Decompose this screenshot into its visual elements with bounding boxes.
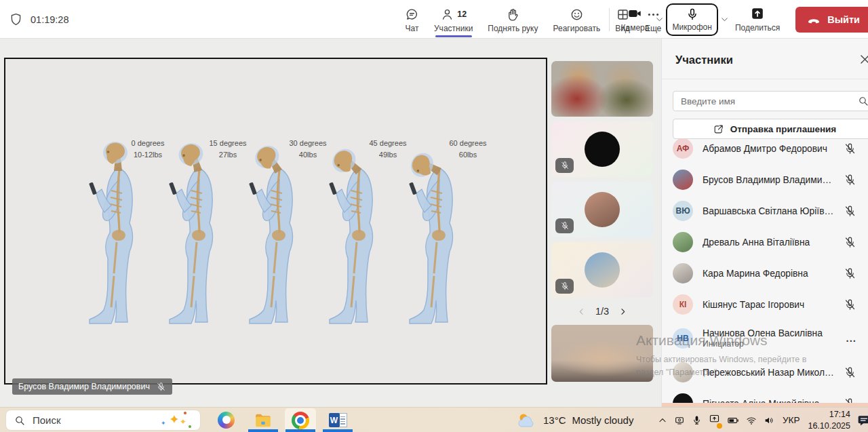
- participant-name: Кішянус Тарас Ігорович: [703, 300, 834, 310]
- battery-icon[interactable]: [727, 414, 739, 427]
- thumbnail-pager: 1/3: [551, 302, 653, 320]
- share-label: Поделиться: [735, 23, 780, 33]
- participant-avatar: НВ: [673, 328, 693, 349]
- participants-panel: Участники Отправка приглашения АФАбрамов…: [661, 39, 868, 407]
- tray-cast-icon[interactable]: [709, 413, 720, 427]
- raise-hand-icon: [506, 7, 520, 22]
- taskbar-search-label: Поиск: [33, 414, 153, 426]
- participant-row[interactable]: АФАбрамов Дмитро Федорович: [662, 133, 868, 164]
- participant-name: Пережовський Назар Миколайов...: [703, 368, 834, 378]
- camera-label: Камера: [621, 23, 650, 33]
- taskbar-weather[interactable]: 13°C Mostly cloudy: [515, 408, 633, 432]
- shared-screen: 0 degrees10-12lbs 15 degrees27lbs: [4, 58, 547, 385]
- mic-button[interactable]: Микрофон: [666, 3, 717, 36]
- participant-row[interactable]: КІКішянус Тарас Ігорович: [662, 289, 868, 320]
- participant-name: Варшавська Світлана Юріївна: [703, 206, 834, 216]
- video-thumbnails: 1/3: [551, 61, 653, 387]
- participant-row[interactable]: НВНачинова Олена ВасилівнаИнициатор...: [662, 320, 868, 357]
- participant-avatar: [673, 232, 693, 252]
- teams-meeting-window: 01:19:28 Чат 12 Участники Поднять руку Р…: [0, 0, 868, 432]
- system-tray: УКР 17:14 16.10.2025: [658, 408, 868, 432]
- weather-temp: 13°C: [543, 414, 566, 426]
- participant-avatar: КІ: [673, 294, 693, 315]
- raise-hand-button[interactable]: Поднять руку: [480, 0, 545, 39]
- participant-more-icon[interactable]: ...: [846, 332, 856, 345]
- meeting-timer-group: 01:19:28: [9, 0, 68, 39]
- avatar: [585, 192, 620, 227]
- taskbar-search[interactable]: Поиск ✦✦✦: [5, 410, 201, 431]
- file-explorer-icon[interactable]: [248, 408, 279, 432]
- avatar: [585, 132, 620, 167]
- video-tile[interactable]: [551, 242, 653, 298]
- self-video-tile[interactable]: [551, 325, 653, 382]
- posture-figure: 15 degrees27lbs: [160, 59, 240, 383]
- notifications-icon[interactable]: [857, 414, 868, 427]
- chat-button[interactable]: Чат: [397, 0, 427, 39]
- leave-button[interactable]: Выйти: [795, 7, 868, 33]
- chrome-icon[interactable]: [285, 408, 316, 432]
- participants-button[interactable]: 12 Участники: [427, 0, 480, 39]
- taskbar-clock[interactable]: 17:14 16.10.2025: [808, 409, 850, 432]
- video-tile[interactable]: [551, 121, 653, 177]
- share-button[interactable]: Поделиться: [730, 6, 785, 33]
- participant-mic-off-icon[interactable]: [844, 205, 856, 218]
- participant-search[interactable]: [673, 91, 868, 111]
- video-tile[interactable]: [551, 61, 653, 117]
- participant-mic-off-icon[interactable]: [844, 267, 856, 280]
- participant-mic-off-icon[interactable]: [844, 236, 856, 249]
- meeting-toolbar: 01:19:28 Чат 12 Участники Поднять руку Р…: [0, 0, 868, 39]
- participants-panel-title: Участники: [675, 54, 733, 66]
- word-icon[interactable]: W: [322, 408, 353, 432]
- volume-icon[interactable]: [764, 415, 774, 426]
- avatar: [585, 252, 620, 288]
- copilot-icon[interactable]: [210, 408, 241, 432]
- participant-avatar: [673, 362, 693, 382]
- camera-icon: [627, 6, 642, 21]
- camera-button[interactable]: Камера: [616, 6, 654, 33]
- clock-time: 17:14: [808, 409, 850, 420]
- phone: [89, 182, 97, 195]
- posture-figure: 0 degrees10-12lbs: [80, 59, 160, 383]
- wifi-icon[interactable]: [746, 415, 757, 426]
- search-icon: [858, 96, 868, 106]
- chat-label: Чат: [406, 24, 419, 33]
- weather-icon: [515, 412, 537, 429]
- participant-row[interactable]: Брусов Владимир Владимирович: [662, 164, 868, 195]
- react-label: Реагировать: [553, 24, 601, 33]
- react-button[interactable]: Реагировать: [546, 0, 608, 39]
- search-icon: [14, 415, 25, 426]
- participant-mic-off-icon[interactable]: [844, 142, 856, 155]
- participant-row[interactable]: Кара Марина Федорівна: [662, 258, 868, 289]
- mic-label: Микрофон: [672, 22, 711, 32]
- participant-name: Древаль Анна Віталіївна: [703, 237, 834, 248]
- pager-prev-icon[interactable]: [577, 307, 586, 316]
- participant-mic-off-icon[interactable]: [844, 174, 856, 186]
- posture-figure: 60 degrees60lbs: [400, 59, 480, 383]
- participant-name: Брусов Владимир Владимирович: [703, 175, 834, 185]
- participant-mic-off-icon[interactable]: [844, 366, 856, 379]
- participant-name: Абрамов Дмитро Федорович: [703, 144, 834, 154]
- mic-off-badge: [555, 158, 574, 173]
- search-highlights-icon: ✦✦✦: [161, 411, 192, 430]
- active-speaker-name: Брусов Владимир Владимирович: [18, 382, 150, 391]
- mic-options-chevron-icon[interactable]: [720, 15, 729, 24]
- participant-avatar: [673, 170, 693, 190]
- tray-mic-icon[interactable]: [692, 415, 702, 425]
- mic-off-badge: [555, 218, 574, 233]
- search-input[interactable]: [681, 96, 852, 106]
- close-panel-icon[interactable]: [859, 53, 868, 66]
- tray-device-icon[interactable]: [674, 415, 685, 426]
- mic-off-icon: [156, 382, 166, 392]
- camera-options-chevron-icon[interactable]: [655, 15, 664, 24]
- participant-mic-off-icon[interactable]: [844, 298, 856, 311]
- tray-chevron-up-icon[interactable]: [658, 416, 667, 425]
- pager-next-icon[interactable]: [618, 307, 627, 316]
- participant-row[interactable]: Пережовський Назар Миколайов...: [662, 357, 868, 388]
- participant-row[interactable]: ВЮВаршавська Світлана Юріївна: [662, 195, 868, 227]
- av-controls: Камера Микрофон Поделиться Выйти: [609, 0, 868, 39]
- phone: [169, 182, 177, 195]
- meeting-timer: 01:19:28: [31, 14, 68, 25]
- video-tile[interactable]: [551, 182, 653, 237]
- language-indicator[interactable]: УКР: [781, 415, 801, 425]
- participant-row[interactable]: Древаль Анна Віталіївна: [662, 227, 868, 258]
